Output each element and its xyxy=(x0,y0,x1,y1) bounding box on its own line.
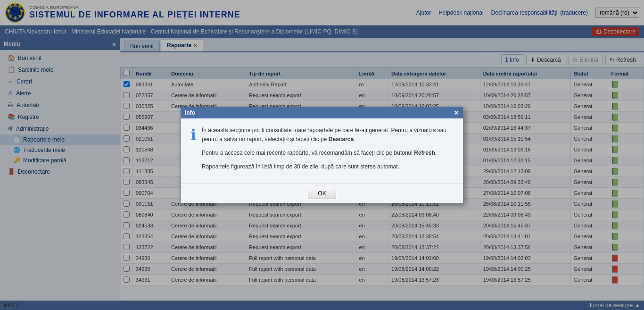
modal-overlay: Info ✕ ℹ În această secțiune pot fi cons… xyxy=(0,0,644,310)
modal-close-button[interactable]: ✕ xyxy=(454,109,459,117)
modal-text-2b: . xyxy=(435,150,437,156)
modal-text-1: În această secțiune pot fi consultate to… xyxy=(202,127,446,142)
modal-paragraph-2: Pentru a accesa cele mai recente rapoart… xyxy=(202,149,454,158)
modal-body: ℹ În această secțiune pot fi consultate … xyxy=(181,118,463,184)
modal-text-3: Rapoartele figurează în listă timp de 30… xyxy=(202,163,399,170)
modal-info-icon: ℹ xyxy=(190,126,196,144)
modal-text-2: Pentru a accesa cele mai recente rapoart… xyxy=(202,150,414,156)
modal-bold-descarca: Descarcă xyxy=(329,136,354,142)
modal-dialog: Info ✕ ℹ În această secțiune pot fi cons… xyxy=(181,107,463,204)
modal-title: Info xyxy=(185,109,195,116)
modal-footer: OK xyxy=(181,184,463,203)
modal-paragraph-3: Rapoartele figurează în listă timp de 30… xyxy=(202,162,454,171)
modal-text-1b: . xyxy=(354,136,355,142)
modal-paragraph-1: În această secțiune pot fi consultate to… xyxy=(202,126,454,144)
modal-text: În această secțiune pot fi consultate to… xyxy=(202,126,454,176)
modal-title-bar: Info ✕ xyxy=(181,107,463,118)
modal-bold-refresh: Refresh xyxy=(414,150,435,156)
modal-ok-button[interactable]: OK xyxy=(308,188,336,199)
